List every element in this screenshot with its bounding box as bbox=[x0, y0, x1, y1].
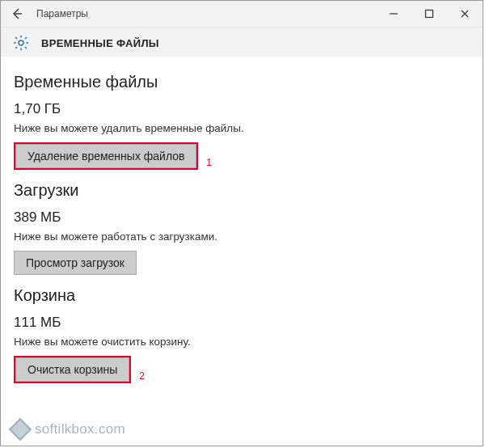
section-heading-temp: Временные файлы bbox=[14, 73, 470, 91]
annotation-box-1: Удаление временных файлов bbox=[14, 142, 198, 170]
delete-temp-files-button[interactable]: Удаление временных файлов bbox=[15, 144, 196, 168]
diamond-icon bbox=[9, 418, 32, 441]
svg-rect-0 bbox=[426, 11, 433, 18]
section-heading-recycle: Корзина bbox=[14, 286, 470, 305]
annotation-label-1: 1 bbox=[206, 157, 212, 168]
recycle-size: 111 МБ bbox=[14, 315, 470, 331]
section-heading-downloads: Загрузки bbox=[14, 181, 470, 200]
maximize-icon bbox=[424, 9, 434, 19]
minimize-button[interactable] bbox=[376, 1, 411, 27]
downloads-size: 389 МБ bbox=[14, 209, 470, 226]
maximize-button[interactable] bbox=[411, 1, 447, 27]
arrow-left-icon bbox=[11, 7, 23, 20]
page-header: ВРЕМЕННЫЕ ФАЙЛЫ bbox=[1, 27, 483, 57]
gear-icon bbox=[12, 34, 30, 52]
view-downloads-button[interactable]: Просмотр загрузок bbox=[14, 251, 137, 275]
empty-recycle-bin-button[interactable]: Очистка корзины bbox=[15, 357, 129, 382]
svg-point-1 bbox=[19, 40, 23, 45]
minimize-icon bbox=[389, 9, 399, 19]
watermark: softilkbox.com bbox=[12, 421, 125, 437]
close-icon bbox=[460, 9, 470, 19]
page-title: ВРЕМЕННЫЕ ФАЙЛЫ bbox=[41, 37, 159, 49]
close-button[interactable] bbox=[447, 1, 483, 27]
titlebar: Параметры bbox=[1, 1, 483, 27]
downloads-desc: Ниже вы можете работать с загрузками. bbox=[14, 230, 470, 243]
recycle-desc: Ниже вы можете очистить корзину. bbox=[14, 336, 470, 348]
watermark-text: softilkbox.com bbox=[35, 421, 125, 437]
annotation-label-2: 2 bbox=[139, 370, 145, 382]
window-title: Параметры bbox=[36, 8, 88, 19]
temp-size: 1,70 ГБ bbox=[14, 101, 470, 117]
content-area: Временные файлы 1,70 ГБ Ниже вы можете у… bbox=[1, 57, 483, 393]
annotation-box-2: Очистка корзины bbox=[14, 356, 131, 383]
temp-desc: Ниже вы можете удалить временные файлы. bbox=[14, 122, 470, 134]
back-button[interactable] bbox=[1, 1, 33, 27]
